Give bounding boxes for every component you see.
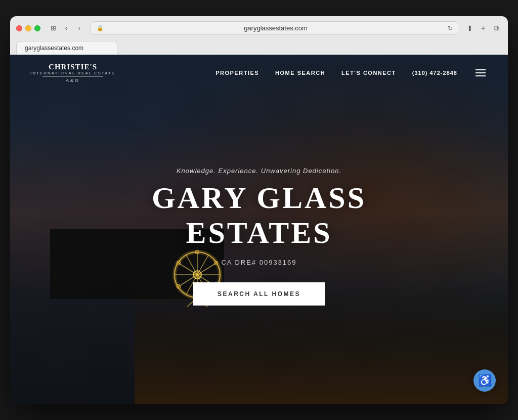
- address-bar[interactable]: 🔒 garyglassestates.com ↻: [90, 21, 459, 35]
- forward-button[interactable]: ›: [74, 23, 85, 34]
- logo[interactable]: CHRISTIE'S INTERNATIONAL REAL ESTATE A&G: [30, 63, 115, 83]
- browser-window: ⊞ ‹ › 🔒 garyglassestates.com ↻ ⬆ ＋ ⧉ gar…: [10, 16, 508, 404]
- search-all-homes-button[interactable]: SEARCH ALL HOMES: [193, 282, 325, 306]
- accessibility-button[interactable]: ♿: [473, 369, 496, 392]
- hamburger-menu[interactable]: [473, 67, 488, 78]
- nav-lets-connect[interactable]: LET'S CONNECT: [341, 70, 396, 76]
- logo-akg: A&G: [66, 78, 80, 83]
- nav-links: PROPERTIES HOME SEARCH LET'S CONNECT (31…: [215, 67, 488, 78]
- new-tab-icon[interactable]: ＋: [478, 23, 489, 34]
- address-bar-row: 🔒 garyglassestates.com ↻: [90, 21, 459, 35]
- minimize-button[interactable]: [25, 25, 31, 31]
- tabs-icon[interactable]: ⧉: [491, 23, 502, 34]
- hero-dre: CA DRE# 00933169: [82, 259, 436, 266]
- website-content: CHRISTIE'S INTERNATIONAL REAL ESTATE A&G…: [10, 55, 508, 404]
- nav-properties[interactable]: PROPERTIES: [215, 70, 259, 76]
- back-button[interactable]: ‹: [61, 23, 72, 34]
- nav-home-search[interactable]: HOME SEARCH: [275, 70, 325, 76]
- window-grid-icon[interactable]: ⊞: [48, 23, 59, 34]
- logo-christies: CHRISTIE'S: [49, 63, 97, 71]
- traffic-lights: [16, 25, 40, 31]
- hero-title: GARY GLASS ESTATES: [82, 181, 436, 250]
- maximize-button[interactable]: [34, 25, 40, 31]
- accessibility-icon: ♿: [478, 374, 492, 387]
- reload-icon[interactable]: ↻: [448, 25, 453, 32]
- hamburger-line-3: [476, 75, 486, 76]
- share-icon[interactable]: ⬆: [464, 23, 476, 34]
- browser-chrome: ⊞ ‹ › 🔒 garyglassestates.com ↻ ⬆ ＋ ⧉ gar…: [10, 16, 508, 55]
- hero-tagline: Knowledge. Experience. Unwavering Dedica…: [82, 167, 436, 175]
- close-button[interactable]: [16, 25, 22, 31]
- logo-subtitle: INTERNATIONAL REAL ESTATE: [30, 71, 115, 75]
- browser-controls: ⊞ ‹ ›: [48, 23, 85, 34]
- hamburger-line-1: [476, 69, 486, 70]
- logo-divider: [42, 76, 103, 77]
- url-text: garyglassestates.com: [107, 24, 445, 32]
- lock-icon: 🔒: [97, 25, 104, 31]
- hamburger-line-2: [476, 72, 486, 73]
- browser-actions: ⬆ ＋ ⧉: [464, 23, 502, 34]
- tab-bar: garyglassestates.com: [16, 39, 502, 55]
- navbar: CHRISTIE'S INTERNATIONAL REAL ESTATE A&G…: [10, 55, 508, 91]
- hero-content: Knowledge. Experience. Unwavering Dedica…: [82, 167, 436, 306]
- active-tab[interactable]: garyglassestates.com: [16, 41, 117, 55]
- nav-phone[interactable]: (310) 472-2848: [412, 70, 457, 76]
